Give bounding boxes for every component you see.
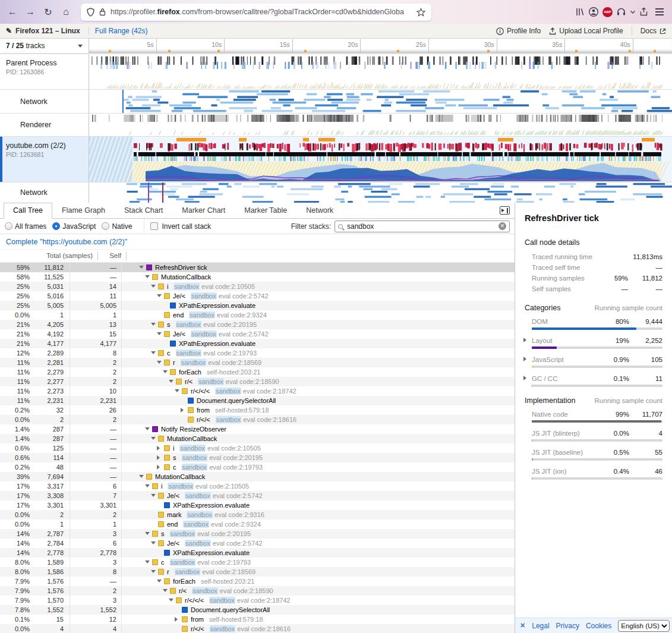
twisty-open-icon[interactable] xyxy=(145,483,152,490)
call-tree-row[interactable]: 8.0%1,5893csandbox eval code:2:19793 xyxy=(0,558,515,567)
account-icon[interactable] xyxy=(588,7,599,17)
call-tree-row[interactable]: 11%2,2812rsandbox eval code:2:18569 xyxy=(0,358,515,367)
call-tree-row[interactable]: 11%2,2772r/<sandbox eval code:2:18590 xyxy=(0,377,515,386)
library-icon[interactable] xyxy=(575,7,585,17)
track-visualization[interactable] xyxy=(89,90,672,113)
call-tree-row[interactable]: 0.2%48—csandbox eval code:2:19793 xyxy=(0,462,515,472)
jank-marker-icon[interactable] xyxy=(575,50,578,52)
radio-javascript[interactable]: JavaScript xyxy=(52,222,96,231)
language-select[interactable]: English (US) xyxy=(618,620,670,632)
call-tree-row[interactable]: 7.8%1,5521,552Document.querySelectorAll xyxy=(0,605,515,615)
profile-info-button[interactable]: Profile Info xyxy=(496,27,541,35)
call-tree-row[interactable]: 58%11,525—MutationCallback xyxy=(0,272,515,282)
headset-extension-icon[interactable] xyxy=(616,7,626,17)
twisty-open-icon[interactable] xyxy=(145,559,152,566)
jank-marker-icon[interactable] xyxy=(168,50,171,52)
chevron-down-icon[interactable] xyxy=(630,10,636,14)
track-visualization[interactable] xyxy=(89,54,672,89)
timeline-ruler[interactable]: 5s10s15s20s25s30s35s40s xyxy=(89,39,672,53)
back-icon[interactable]: ← xyxy=(5,4,20,20)
tab-marker-table[interactable]: Marker Table xyxy=(235,203,296,219)
call-tree-row[interactable]: 7.9%1,5762r/<sandbox eval code:2:18590 xyxy=(0,586,515,596)
jank-marker-icon[interactable] xyxy=(629,50,631,52)
twisty-open-icon[interactable] xyxy=(157,330,164,338)
call-tree-row[interactable]: 21%4,20513ssandbox eval code:2:20195 xyxy=(0,320,515,329)
breadcrumb-complete-range[interactable]: Complete "https://youtube.com (2/2)" xyxy=(6,238,127,246)
call-tree-row[interactable]: 21%4,19215Je/<sandbox eval code:2:5742 xyxy=(0,329,515,339)
track-youtube-com-2-2-[interactable]: youtube.com (2/2)PID: 1263681 xyxy=(0,136,672,182)
jank-marker-icon[interactable] xyxy=(217,50,220,52)
call-tree-row[interactable]: 0.0%22marksandbox eval code:2:9316 xyxy=(0,510,515,519)
adblock-extension-icon[interactable]: ABP xyxy=(602,7,613,17)
twisty-open-icon[interactable] xyxy=(145,273,152,281)
track-parent-process[interactable]: Parent ProcessPID: 1263086 xyxy=(0,53,672,89)
twisty-closed-icon[interactable] xyxy=(175,617,182,622)
tab-flame-graph[interactable]: Flame Graph xyxy=(52,203,115,219)
call-tree-row[interactable]: 1.4%287—Notify ResizeObserver xyxy=(0,424,515,434)
twisty-open-icon[interactable] xyxy=(169,597,176,604)
docs-button[interactable]: Docs xyxy=(641,27,666,35)
bookmark-star-icon[interactable] xyxy=(417,8,425,17)
twisty-open-icon[interactable] xyxy=(157,359,164,366)
call-tree-row[interactable]: 12%2,2898csandbox eval code:2:19793 xyxy=(0,348,515,358)
jank-marker-icon[interactable] xyxy=(304,50,307,52)
call-tree-row[interactable]: 21%4,1774,177XPathExpression.evaluate xyxy=(0,339,515,348)
search-input[interactable] xyxy=(346,222,496,231)
track-label[interactable]: Renderer xyxy=(0,114,89,136)
menu-icon[interactable] xyxy=(652,4,667,20)
track-network[interactable]: Network xyxy=(0,182,672,203)
call-tree-row[interactable]: 11%2,27310r/</</<sandbox eval code:2:187… xyxy=(0,386,515,396)
call-tree-row[interactable]: 11%2,2792forEachself-hosted:203:21 xyxy=(0,367,515,377)
forward-icon[interactable]: → xyxy=(23,4,38,20)
twisty-open-icon[interactable] xyxy=(175,388,182,395)
call-tree-row[interactable]: 25%5,01611Je/<sandbox eval code:2:5742 xyxy=(0,291,515,301)
jank-marker-icon[interactable] xyxy=(397,50,399,52)
jank-marker-icon[interactable] xyxy=(487,50,490,52)
twisty-closed-icon[interactable] xyxy=(523,357,529,361)
call-tree-row[interactable]: 1.4%287—MutationCallback xyxy=(0,434,515,443)
twisty-closed-icon[interactable] xyxy=(157,446,164,451)
call-tree-row[interactable]: 17%3,3013,301XPathExpression.evaluate xyxy=(0,500,515,510)
twisty-open-icon[interactable] xyxy=(163,369,170,376)
tab-marker-chart[interactable]: Marker Chart xyxy=(172,203,235,219)
track-label[interactable]: Parent ProcessPID: 1263086 xyxy=(0,54,89,89)
twisty-closed-icon[interactable] xyxy=(523,376,529,380)
call-tree-row[interactable]: 25%5,03114isandbox eval code:2:10505 xyxy=(0,282,515,291)
tab-network[interactable]: Network xyxy=(296,203,343,219)
call-tree-row[interactable]: 0.0%11endsandbox eval code:2:9324 xyxy=(0,519,515,529)
twisty-closed-icon[interactable] xyxy=(181,408,188,412)
call-tree-row[interactable]: 0.1%1512fromself-hosted:579:18 xyxy=(0,615,515,624)
call-tree-row[interactable]: 8.0%1,5868rsandbox eval code:2:18569 xyxy=(0,567,515,577)
track-network[interactable]: Network xyxy=(0,89,672,113)
call-tree-row[interactable]: 39%7,694—MutationCallback xyxy=(0,472,515,481)
call-tree-row[interactable]: 25%5,0055,005XPathExpression.evaluate xyxy=(0,301,515,310)
filter-stacks-search[interactable]: ✕ xyxy=(335,221,510,232)
footer-link-privacy[interactable]: Privacy xyxy=(556,622,579,630)
call-tree-row[interactable]: 11%2,2312,231Document.querySelectorAll xyxy=(0,396,515,405)
call-tree-row[interactable]: 0.0%22r/</<sandbox eval code:2:18616 xyxy=(0,415,515,424)
footer-link-cookies[interactable]: Cookies xyxy=(586,622,611,630)
twisty-open-icon[interactable] xyxy=(151,349,158,357)
jank-marker-icon[interactable] xyxy=(654,50,656,52)
radio-native[interactable]: Native xyxy=(102,222,132,231)
jank-marker-icon[interactable] xyxy=(109,50,111,52)
twisty-open-icon[interactable] xyxy=(145,426,152,433)
url-bar[interactable]: https://profiler.firefox.com/from-browse… xyxy=(81,4,431,21)
twisty-open-icon[interactable] xyxy=(139,473,146,480)
open-sidebar-icon[interactable] xyxy=(500,206,510,215)
call-tree-row[interactable]: 17%3,3176isandbox eval code:2:10505 xyxy=(0,481,515,491)
invert-call-stack-checkbox[interactable]: Invert call stack xyxy=(150,222,211,231)
track-visualization[interactable] xyxy=(89,182,672,203)
call-tree-row[interactable]: 7.9%1,5703r/</</<sandbox eval code:2:187… xyxy=(0,596,515,605)
twisty-open-icon[interactable] xyxy=(163,587,170,594)
twisty-closed-icon[interactable] xyxy=(157,465,164,470)
reload-icon[interactable]: ↻ xyxy=(40,4,56,20)
twisty-open-icon[interactable] xyxy=(145,530,152,537)
call-tree-row[interactable]: 14%2,7782,778XPathExpression.evaluate xyxy=(0,548,515,558)
track-label[interactable]: youtube.com (2/2)PID: 1263681 xyxy=(0,137,89,182)
share-icon[interactable] xyxy=(639,7,648,17)
home-icon[interactable]: ⌂ xyxy=(58,4,74,20)
tab-stack-chart[interactable]: Stack Chart xyxy=(115,203,172,219)
twisty-open-icon[interactable] xyxy=(151,568,158,575)
twisty-open-icon[interactable] xyxy=(151,283,158,290)
